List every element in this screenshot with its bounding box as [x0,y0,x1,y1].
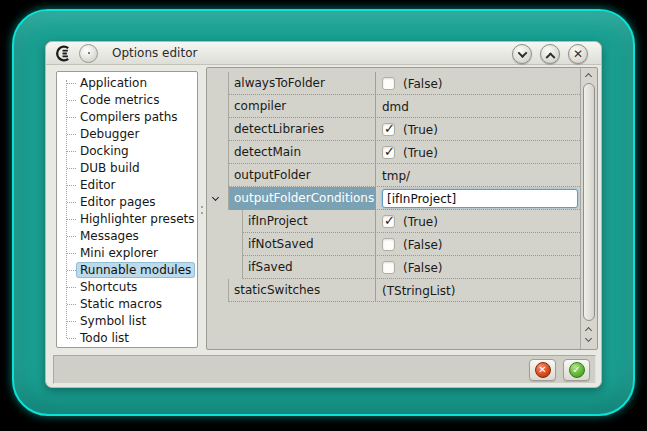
sidebar-item-dub-build[interactable]: DUB build [57,160,197,177]
sidebar-item-shortcuts[interactable]: Shortcuts [57,279,197,296]
checkbox-unchecked[interactable] [382,238,395,251]
vertical-scrollbar[interactable] [580,68,597,349]
scroll-down-icon[interactable] [585,335,592,342]
property-row-ifNotSaved: ifNotSaved (False) [207,233,580,256]
scroll-up-icon[interactable] [585,327,592,334]
scrollbar-thumb[interactable] [583,83,595,321]
property-row-ifInProject: ifInProject (True) [207,210,580,233]
property-name[interactable]: compiler [229,95,375,118]
property-value[interactable]: dmd [375,95,580,118]
sidebar-item-todo-list[interactable]: Todo list [57,330,197,347]
chevron-down-icon [517,48,527,58]
sidebar-item-application[interactable]: Application [57,75,197,92]
checkbox-checked[interactable] [382,146,395,159]
options-editor-window: Options editor ✕ Application Code metric… [45,41,602,388]
property-value[interactable]: (False) [375,72,580,95]
checkbox-checked[interactable] [382,215,395,228]
sidebar-item-runnable-modules[interactable]: Runnable modules [57,262,197,279]
cancel-button[interactable]: ✕ [529,359,556,381]
cancel-x-icon: ✕ [535,362,551,378]
property-value[interactable]: tmp/ [375,164,580,187]
sidebar-item-code-metrics[interactable]: Code metrics [57,92,197,109]
maximize-button[interactable] [540,44,560,64]
sidebar-item-docking[interactable]: Docking [57,143,197,160]
property-value[interactable]: (False) [375,256,580,279]
property-row-ifSaved: ifSaved (False) [207,256,580,279]
property-row-detectMain: detectMain (True) [207,141,580,164]
menu-dot-icon [88,52,90,54]
checkbox-checked[interactable] [382,123,395,136]
category-tree: Application Code metrics Compilers paths… [56,71,198,348]
sidebar-item-editor-pages[interactable]: Editor pages [57,194,197,211]
window-title: Options editor [112,42,197,65]
property-value[interactable]: (True) [375,210,580,233]
accept-button[interactable]: ✓ [563,359,590,381]
property-value[interactable]: (TStringList) [375,279,580,302]
property-name[interactable]: ifSaved [243,256,375,279]
property-name[interactable]: staticSwitches [229,279,375,302]
property-row-outputFolderConditions: outputFolderConditions [207,187,580,210]
property-name[interactable]: detectLibraries [229,118,375,141]
expand-chevron-icon[interactable] [212,194,219,201]
titlebar[interactable]: Options editor ✕ [46,42,601,65]
scroll-up-icon[interactable] [585,73,592,80]
sidebar-item-static-macros[interactable]: Static macros [57,296,197,313]
window-menu-button[interactable] [79,44,98,63]
close-button[interactable]: ✕ [568,44,588,64]
sidebar-item-symbol-list[interactable]: Symbol list [57,313,197,330]
property-name[interactable]: alwaysToFolder [229,72,375,95]
property-row-staticSwitches: staticSwitches (TStringList) [207,279,580,302]
property-name[interactable]: ifInProject [243,210,375,233]
checkbox-unchecked[interactable] [382,77,395,90]
minimize-button[interactable] [512,44,532,64]
property-name-selected[interactable]: outputFolderConditions [229,187,376,210]
footer-bar: ✕ ✓ [53,355,596,384]
property-value-edit[interactable] [382,189,578,208]
property-row-compiler: compiler dmd [207,95,580,118]
property-value [375,187,580,210]
sidebar-item-debugger[interactable]: Debugger [57,126,197,143]
app-logo-icon [55,45,72,62]
property-row-outputFolder: outputFolder tmp/ [207,164,580,187]
property-value[interactable]: (True) [375,141,580,164]
sidebar-item-highlighter-presets[interactable]: Highlighter presets [57,211,197,228]
property-row-alwaysToFolder: alwaysToFolder (False) [207,72,580,95]
property-grid: alwaysToFolder (False) compiler dmd dete… [206,67,598,350]
checkbox-unchecked[interactable] [382,261,395,274]
close-icon: ✕ [573,48,583,60]
property-row-detectLibraries: detectLibraries (True) [207,118,580,141]
property-value[interactable]: (False) [375,233,580,256]
property-name[interactable]: outputFolder [229,164,375,187]
sidebar-item-compilers-paths[interactable]: Compilers paths [57,109,197,126]
splitter-handle[interactable] [199,204,205,218]
accept-check-icon: ✓ [569,362,585,378]
sidebar-item-editor[interactable]: Editor [57,177,197,194]
property-value[interactable]: (True) [375,118,580,141]
chevron-up-icon [545,52,555,62]
property-name[interactable]: detectMain [229,141,375,164]
sidebar-item-mini-explorer[interactable]: Mini explorer [57,245,197,262]
property-name[interactable]: ifNotSaved [243,233,375,256]
sidebar-item-messages[interactable]: Messages [57,228,197,245]
